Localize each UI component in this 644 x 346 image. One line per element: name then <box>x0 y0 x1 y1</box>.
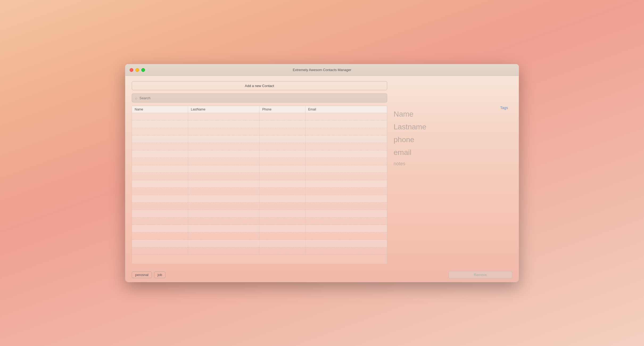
add-contact-button[interactable]: Add a new Contact <box>132 81 387 90</box>
cell-name <box>132 210 188 217</box>
cell-name <box>132 143 188 150</box>
column-header-email: Email <box>305 106 387 113</box>
cell-email <box>305 225 387 232</box>
cell-phone <box>259 173 305 180</box>
table-row[interactable] <box>132 135 387 143</box>
cell-name <box>132 158 188 165</box>
window-title: Extremely Awesom Contacts Manager <box>293 68 351 72</box>
cell-lastname <box>188 225 259 232</box>
cell-phone <box>259 128 305 135</box>
cell-email <box>305 240 387 247</box>
cell-name <box>132 195 188 203</box>
search-input[interactable] <box>139 96 384 100</box>
cell-lastname <box>188 135 259 143</box>
table-row[interactable] <box>132 247 387 255</box>
cell-lastname <box>188 113 259 121</box>
cell-lastname <box>188 180 259 188</box>
detail-lastname-label: Lastname <box>394 123 506 131</box>
cell-email <box>305 210 387 217</box>
minimize-button[interactable] <box>135 68 139 72</box>
table-section: Name LastName Phone Email <box>132 106 387 264</box>
cell-name <box>132 173 188 180</box>
detail-name-label: Name <box>394 110 506 118</box>
tags-container: perosnal job <box>132 271 166 278</box>
tags-link[interactable]: Tags <box>500 106 508 110</box>
table-row[interactable] <box>132 143 387 150</box>
cell-name <box>132 225 188 232</box>
cell-name <box>132 247 188 255</box>
traffic-lights <box>130 68 145 72</box>
table-row[interactable] <box>132 113 387 121</box>
detail-section: Tags Name Lastname phone email notes <box>387 106 512 264</box>
cell-phone <box>259 121 305 128</box>
detail-phone-label: phone <box>394 135 506 144</box>
cell-phone <box>259 165 305 173</box>
cell-lastname <box>188 165 259 173</box>
column-header-lastname: LastName <box>188 106 259 113</box>
cell-phone <box>259 113 305 121</box>
table-row[interactable] <box>132 217 387 225</box>
remove-button[interactable]: Remove <box>448 271 512 279</box>
tag-job-button[interactable]: job <box>154 271 166 278</box>
cell-lastname <box>188 128 259 135</box>
cell-email <box>305 173 387 180</box>
cell-name <box>132 165 188 173</box>
cell-name <box>132 121 188 128</box>
table-row[interactable] <box>132 121 387 128</box>
column-header-name: Name <box>132 106 188 113</box>
cell-phone <box>259 247 305 255</box>
cell-email <box>305 232 387 240</box>
cell-phone <box>259 203 305 210</box>
cell-email <box>305 195 387 203</box>
cell-email <box>305 143 387 150</box>
cell-lastname <box>188 188 259 195</box>
table-row[interactable] <box>132 173 387 180</box>
cell-name <box>132 150 188 158</box>
table-row[interactable] <box>132 150 387 158</box>
search-icon: ⌕ <box>135 96 137 100</box>
cell-phone <box>259 217 305 225</box>
cell-email <box>305 121 387 128</box>
maximize-button[interactable] <box>141 68 145 72</box>
table-row[interactable] <box>132 165 387 173</box>
cell-name <box>132 113 188 121</box>
detail-email-label: email <box>394 148 506 157</box>
table-row[interactable] <box>132 158 387 165</box>
cell-lastname <box>188 158 259 165</box>
cell-phone <box>259 232 305 240</box>
cell-email <box>305 128 387 135</box>
table-header-row: Name LastName Phone Email <box>132 106 387 113</box>
cell-email <box>305 188 387 195</box>
cell-email <box>305 180 387 188</box>
table-body <box>132 113 387 255</box>
table-row[interactable] <box>132 225 387 232</box>
table-row[interactable] <box>132 203 387 210</box>
cell-name <box>132 180 188 188</box>
cell-lastname <box>188 173 259 180</box>
table-row[interactable] <box>132 240 387 247</box>
cell-phone <box>259 240 305 247</box>
cell-lastname <box>188 150 259 158</box>
cell-name <box>132 188 188 195</box>
cell-phone <box>259 210 305 217</box>
table-row[interactable] <box>132 195 387 203</box>
table-row[interactable] <box>132 232 387 240</box>
cell-phone <box>259 158 305 165</box>
cell-phone <box>259 143 305 150</box>
cell-lastname <box>188 203 259 210</box>
table-row[interactable] <box>132 128 387 135</box>
table-row[interactable] <box>132 210 387 217</box>
cell-name <box>132 217 188 225</box>
table-row[interactable] <box>132 188 387 195</box>
cell-lastname <box>188 143 259 150</box>
detail-notes-label: notes <box>394 161 506 167</box>
cell-phone <box>259 150 305 158</box>
cell-email <box>305 113 387 121</box>
cell-email <box>305 217 387 225</box>
table-row[interactable] <box>132 180 387 188</box>
close-button[interactable] <box>130 68 133 72</box>
tag-personal-button[interactable]: perosnal <box>132 271 152 278</box>
cell-lastname <box>188 240 259 247</box>
cell-phone <box>259 188 305 195</box>
cell-name <box>132 232 188 240</box>
